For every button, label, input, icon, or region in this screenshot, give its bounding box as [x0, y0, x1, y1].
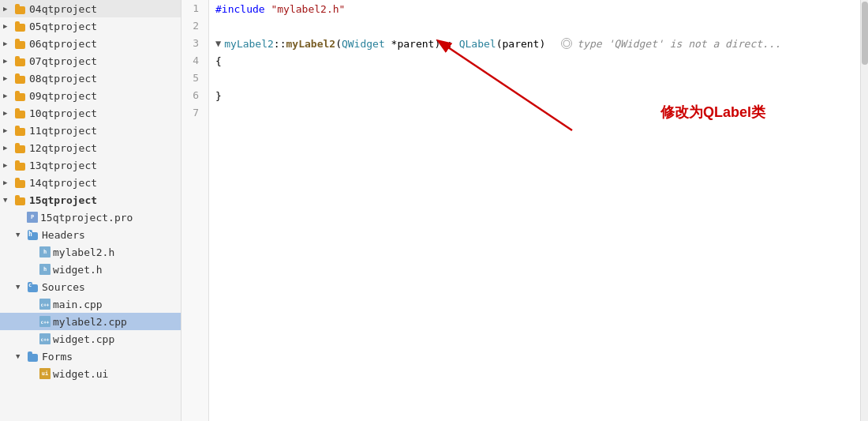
tree-item-label: mylabel2.h [53, 246, 114, 258]
project-icon [14, 159, 27, 171]
tree-item-label: 09qtproject [29, 90, 97, 102]
tree-item-09qtproject[interactable]: ▶ 09qtproject [0, 87, 181, 104]
tree-item-label: 15qtproject [29, 194, 97, 206]
code-line-3: ▼ myLabel2::myLabel2(QWidget *parent) : … [209, 35, 860, 52]
ui-file-icon: ui [39, 368, 51, 379]
tree-item-label: widget.h [53, 264, 103, 276]
tree-arrow: ▼ [3, 196, 14, 204]
tree-arrow: ▶ [3, 144, 14, 152]
project-icon [14, 2, 27, 15]
tree-item-label: 05qtproject [29, 21, 97, 32]
tree-item-widget-cpp[interactable]: c++ widget.cpp [0, 330, 181, 348]
tree-item-label: widget.cpp [53, 333, 114, 345]
cpp-file-icon: c++ [39, 333, 51, 344]
code-content[interactable]: #include "mylabel2.h" ▼ myLabel2::myLabe… [209, 0, 860, 421]
tree-item-label: 13qtproject [29, 160, 97, 171]
tree-arrow: ▶ [3, 126, 14, 134]
h-file-icon: h [39, 246, 51, 257]
code-line-5 [209, 70, 860, 87]
tree-item-label: Headers [42, 229, 85, 241]
tree-item-headers[interactable]: ▼ h Headers [0, 226, 181, 243]
code-line-7 [209, 104, 860, 122]
scrollbar-thumb[interactable] [862, 2, 868, 65]
tree-arrow: ▼ [16, 352, 27, 360]
tree-item-10qtproject[interactable]: ▶ 10qtproject [0, 104, 181, 122]
project-icon [14, 72, 27, 85]
tree-item-label: mylabel2.cpp [53, 316, 127, 328]
tree-item-label: 14qtproject [29, 177, 97, 189]
tree-arrow: ▶ [3, 39, 14, 47]
project-icon [14, 37, 27, 50]
tree-item-label: 04qtproject [29, 3, 97, 15]
tree-item-label: 12qtproject [29, 142, 97, 154]
tree-item-label: main.cpp [53, 299, 103, 310]
tree-item-07qtproject[interactable]: ▶ 07qtproject [0, 52, 181, 70]
svg-point-0 [563, 40, 570, 47]
tree-item-08qtproject[interactable]: ▶ 08qtproject [0, 70, 181, 87]
code-line-6: } [209, 87, 860, 104]
tree-item-label: 15qtproject.pro [40, 212, 133, 224]
tree-item-forms[interactable]: ▼ Forms [0, 348, 181, 365]
project-icon [14, 20, 27, 32]
tree-arrow: ▶ [3, 161, 14, 169]
pro-file-icon: P [27, 212, 38, 223]
line-numbers: 1 2 3 4 5 6 7 [181, 0, 209, 421]
tree-arrow: ▼ [16, 283, 27, 291]
code-line-4: { [209, 52, 860, 70]
h-file-icon: h [39, 264, 51, 275]
tree-item-15qtproject-pro[interactable]: P 15qtproject.pro [0, 209, 181, 226]
tree-item-12qtproject[interactable]: ▶ 12qtproject [0, 139, 181, 156]
tree-item-label: widget.ui [53, 368, 108, 380]
project-icon [14, 55, 27, 67]
tree-item-06qtproject[interactable]: ▶ 06qtproject [0, 35, 181, 52]
tree-item-label: Sources [42, 281, 85, 293]
tree-item-label: Forms [42, 351, 73, 363]
tree-arrow: ▶ [3, 22, 14, 30]
tree-item-mylabel2-cpp[interactable]: c++ mylabel2.cpp [0, 313, 181, 330]
tree-arrow: ▶ [3, 57, 14, 65]
headers-folder-icon: h [27, 228, 39, 241]
project-icon [14, 141, 27, 154]
error-circle-icon [561, 38, 572, 49]
tree-item-label: 07qtproject [29, 55, 97, 67]
code-line-2 [209, 17, 860, 35]
project-icon [14, 194, 27, 206]
tree-item-mylabel2-h[interactable]: h mylabel2.h [0, 243, 181, 261]
sources-folder-icon: c [27, 280, 39, 293]
error-message: type 'QWidget' is not a direct... [577, 38, 780, 50]
forms-folder-icon [27, 350, 39, 363]
tree-item-label: 11qtproject [29, 125, 97, 137]
tree-item-sources[interactable]: ▼ c Sources [0, 278, 181, 295]
code-line-1: #include "mylabel2.h" [209, 0, 860, 17]
tree-arrow: ▼ [16, 231, 27, 239]
tree-item-widget-ui[interactable]: ui widget.ui [0, 365, 181, 382]
tree-item-15qtproject[interactable]: ▼ 15qtproject [0, 191, 181, 209]
cpp-file-icon: c++ [39, 316, 51, 327]
project-icon [14, 124, 27, 137]
tree-item-main-cpp[interactable]: c++ main.cpp [0, 295, 181, 313]
tree-item-11qtproject[interactable]: ▶ 11qtproject [0, 122, 181, 139]
tree-item-widget-h[interactable]: h widget.h [0, 261, 181, 278]
tree-item-label: 08qtproject [29, 73, 97, 85]
tree-arrow: ▶ [3, 109, 14, 117]
tree-arrow: ▶ [3, 179, 14, 186]
project-icon [14, 176, 27, 189]
tree-item-04qtproject[interactable]: ▶ 04qtproject [0, 0, 181, 17]
tree-item-14qtproject[interactable]: ▶ 14qtproject [0, 174, 181, 191]
project-icon [14, 107, 27, 119]
file-tree[interactable]: ▶ 04qtproject ▶ 05qtproject ▶ 06qtprojec… [0, 0, 181, 421]
tree-item-label: 06qtproject [29, 38, 97, 50]
tree-item-13qtproject[interactable]: ▶ 13qtproject [0, 156, 181, 174]
tree-item-label: 10qtproject [29, 107, 97, 119]
project-icon [14, 89, 27, 102]
code-editor: 1 2 3 4 5 6 7 #include "mylabel2.h" ▼ my… [181, 0, 868, 421]
tree-arrow: ▶ [3, 92, 14, 100]
tree-item-05qtproject[interactable]: ▶ 05qtproject [0, 17, 181, 35]
vertical-scrollbar[interactable] [860, 0, 868, 421]
tree-arrow: ▶ [3, 5, 14, 13]
cpp-file-icon: c++ [39, 299, 51, 310]
tree-arrow: ▶ [3, 74, 14, 82]
